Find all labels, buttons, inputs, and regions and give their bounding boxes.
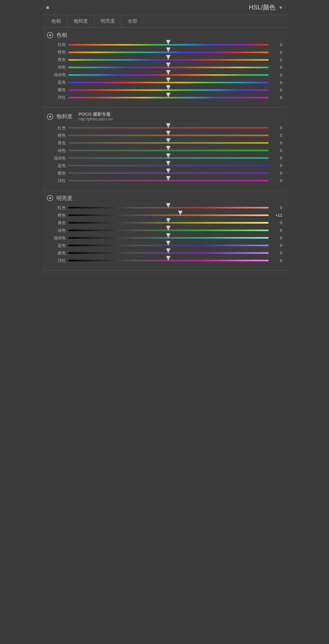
- lum-blue-track[interactable]: [68, 243, 269, 248]
- tabs-row: 色相 饱和度 明亮度 全部: [42, 15, 287, 28]
- lum-orange-label: 橙色: [47, 213, 66, 218]
- tab-all[interactable]: 全部: [122, 15, 144, 27]
- lum-purple-track[interactable]: [68, 250, 269, 256]
- hue-purple-row: 紫色 0: [47, 87, 282, 93]
- lum-green-track[interactable]: [68, 228, 269, 233]
- lum-red-value: 0: [271, 205, 282, 210]
- sat-yellow-track[interactable]: [68, 140, 269, 146]
- sat-yellow-row: 黄色 0: [47, 140, 282, 146]
- hue-green-track[interactable]: [68, 64, 269, 70]
- lum-magenta-row: 洋红 0: [47, 258, 282, 264]
- hue-purple-track[interactable]: [68, 87, 269, 93]
- sat-blue-track[interactable]: [68, 163, 269, 169]
- lum-magenta-track[interactable]: [68, 258, 269, 264]
- hue-orange-value: 0: [271, 50, 282, 55]
- lum-purple-row: 紫色 0: [47, 250, 282, 256]
- sat-blue-label: 蓝色: [47, 163, 66, 169]
- lum-aqua-row: 浅绿色 0: [47, 235, 282, 241]
- lum-red-track[interactable]: [68, 205, 269, 211]
- luminance-section: 明亮度 红色 0 橙色 +11 黄色 0: [42, 191, 287, 271]
- hue-aqua-track[interactable]: [68, 72, 269, 78]
- lum-purple-value: 0: [271, 251, 282, 255]
- hue-magenta-label: 洋红: [47, 95, 66, 100]
- lum-orange-row: 橙色 +11: [47, 213, 282, 218]
- hue-blue-label: 蓝色: [47, 80, 66, 85]
- lum-blue-row: 蓝色 0: [47, 243, 282, 248]
- lum-magenta-label: 洋红: [47, 258, 66, 264]
- hue-magenta-value: 0: [271, 95, 282, 100]
- tab-saturation[interactable]: 饱和度: [67, 15, 94, 27]
- sat-red-track[interactable]: [68, 125, 269, 131]
- lum-target-icon[interactable]: [47, 195, 53, 201]
- hue-blue-track[interactable]: [68, 80, 269, 85]
- sat-magenta-row: 洋红 0: [47, 178, 282, 184]
- sat-purple-row: 紫色 0: [47, 170, 282, 176]
- window-icon: ■: [46, 5, 49, 10]
- sat-magenta-value: 0: [271, 178, 282, 183]
- hue-magenta-row: 洋红 0: [47, 95, 282, 100]
- sat-blue-value: 0: [271, 163, 282, 168]
- hsl-panel: ■ HSL/颜色 ▼ 色相 饱和度 明亮度 全部 色相 红色 0 橙色: [42, 0, 287, 277]
- dropdown-icon[interactable]: ▼: [279, 5, 283, 10]
- lum-aqua-value: 0: [271, 236, 282, 240]
- lum-orange-value: +11: [271, 213, 282, 218]
- sat-target-icon[interactable]: [47, 114, 53, 120]
- hue-target-icon[interactable]: [47, 32, 53, 38]
- lum-red-label: 红色: [47, 205, 66, 211]
- lum-green-row: 绿色 0: [47, 228, 282, 233]
- tab-luminance[interactable]: 明亮度: [94, 15, 122, 27]
- lum-orange-track[interactable]: [68, 213, 269, 218]
- sat-red-row: 红色 0: [47, 125, 282, 131]
- hue-purple-label: 紫色: [47, 87, 66, 93]
- hue-green-label: 绿色: [47, 64, 66, 70]
- sat-green-value: 0: [271, 148, 282, 153]
- lum-yellow-track[interactable]: [68, 220, 269, 226]
- sat-aqua-track[interactable]: [68, 155, 269, 161]
- sat-orange-value: 0: [271, 133, 282, 138]
- hue-blue-row: 蓝色 0: [47, 80, 282, 85]
- sat-yellow-label: 黄色: [47, 140, 66, 146]
- sat-orange-track[interactable]: [68, 133, 269, 138]
- lum-aqua-label: 浅绿色: [47, 235, 66, 241]
- hue-red-value: 0: [271, 42, 282, 47]
- sat-magenta-label: 洋红: [47, 178, 66, 184]
- lum-magenta-value: 0: [271, 258, 282, 263]
- sat-aqua-value: 0: [271, 156, 282, 160]
- lum-section-header: 明亮度: [47, 195, 282, 202]
- lum-section-title: 明亮度: [56, 195, 72, 202]
- lum-green-value: 0: [271, 228, 282, 233]
- hue-orange-track[interactable]: [68, 49, 269, 55]
- sat-purple-value: 0: [271, 171, 282, 175]
- sat-green-label: 绿色: [47, 148, 66, 153]
- panel-header: ■ HSL/颜色 ▼: [42, 0, 287, 15]
- hue-red-track[interactable]: [68, 42, 269, 47]
- panel-title: HSL/颜色: [249, 3, 275, 12]
- lum-yellow-label: 黄色: [47, 220, 66, 226]
- sat-red-label: 红色: [47, 125, 66, 131]
- tab-hue[interactable]: 色相: [45, 15, 67, 27]
- hue-yellow-value: 0: [271, 58, 282, 62]
- sat-magenta-track[interactable]: [68, 178, 269, 184]
- sat-purple-track[interactable]: [68, 170, 269, 176]
- sat-green-track[interactable]: [68, 148, 269, 153]
- sat-orange-row: 橙色 0: [47, 133, 282, 138]
- hue-yellow-track[interactable]: [68, 57, 269, 63]
- hue-purple-value: 0: [271, 88, 282, 92]
- saturation-section: 饱和度 POCO 摄影专题 http://photo.poco.cn/ 红色 0…: [42, 108, 287, 191]
- watermark-line2: http://photo.poco.cn/: [79, 117, 113, 122]
- hue-aqua-value: 0: [271, 73, 282, 77]
- hue-section-header: 色相: [47, 31, 282, 39]
- lum-yellow-value: 0: [271, 220, 282, 225]
- lum-aqua-track[interactable]: [68, 235, 269, 241]
- sat-yellow-value: 0: [271, 141, 282, 145]
- watermark-line1: POCO 摄影专题: [79, 111, 113, 117]
- hue-green-row: 绿色 0: [47, 64, 282, 70]
- hue-red-label: 红色: [47, 42, 66, 47]
- sat-green-row: 绿色 0: [47, 148, 282, 153]
- sat-section-header: 饱和度 POCO 摄影专题 http://photo.poco.cn/: [47, 111, 282, 122]
- hue-red-row: 红色 0: [47, 42, 282, 47]
- lum-blue-label: 蓝色: [47, 243, 66, 248]
- hue-magenta-track[interactable]: [68, 95, 269, 100]
- sat-section-title: 饱和度: [56, 113, 72, 120]
- watermark: POCO 摄影专题 http://photo.poco.cn/: [79, 111, 113, 122]
